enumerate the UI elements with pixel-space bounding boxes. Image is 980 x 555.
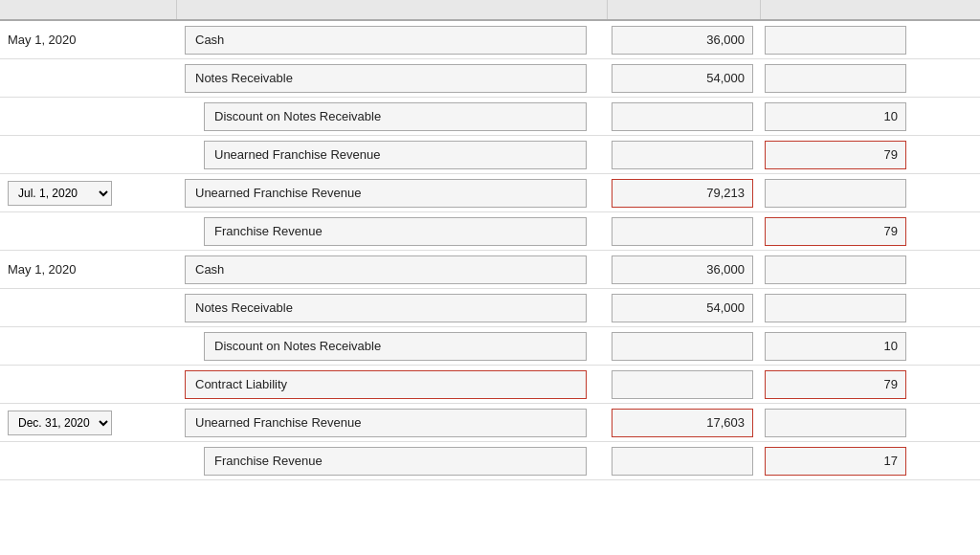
account-cell: Notes Receivable (177, 290, 608, 326)
table-row: Franchise Revenue79 (0, 212, 980, 251)
table-row: Jul. 1, 2020May 1, 2020Dec. 31, 2020Unea… (0, 174, 980, 212)
debit-value-box[interactable]: 54,000 (612, 64, 753, 93)
date-cell-1-0[interactable]: Jul. 1, 2020May 1, 2020Dec. 31, 2020 (0, 177, 177, 210)
credit-value-box[interactable]: 79 (765, 370, 906, 399)
credit-value-box[interactable] (765, 409, 906, 437)
table-row: Discount on Notes Receivable10 (0, 98, 980, 136)
header-credit (761, 0, 914, 19)
credit-cell (761, 405, 914, 441)
date-cell-0-3 (0, 151, 177, 159)
debit-value-box[interactable]: 17,603 (612, 409, 753, 437)
credit-value-box[interactable]: 17 (765, 447, 906, 476)
debit-value-box[interactable]: 79,213 (612, 179, 753, 208)
credit-cell: 17 (761, 443, 914, 479)
debit-cell: 54,000 (608, 290, 761, 326)
debit-value-box[interactable]: 36,000 (612, 26, 753, 55)
entry-group-4: Dec. 31, 2020May 1, 2020Jul. 1, 2020Unea… (0, 404, 980, 480)
date-cell-0-1 (0, 75, 177, 82)
credit-cell (761, 175, 914, 211)
table-row: Notes Receivable54,000 (0, 289, 980, 327)
account-title-box[interactable]: Unearned Franchise Revenue (204, 141, 587, 169)
credit-value-box[interactable] (765, 294, 906, 322)
credit-cell: 10 (761, 99, 914, 135)
debit-value-box[interactable]: 36,000 (612, 255, 753, 284)
debit-value-box[interactable] (612, 141, 753, 169)
credit-cell (761, 290, 914, 326)
account-title-box[interactable]: Cash (185, 255, 587, 284)
debit-cell (608, 137, 761, 173)
account-title-box[interactable]: Franchise Revenue (204, 447, 587, 476)
debit-cell: 54,000 (608, 60, 761, 97)
table-row: Franchise Revenue17 (0, 442, 980, 480)
debit-value-box[interactable] (612, 217, 753, 246)
date-cell-2-0: May 1, 2020 (0, 258, 177, 280)
credit-value-box[interactable]: 79 (765, 141, 906, 169)
date-select[interactable]: Jul. 1, 2020May 1, 2020Dec. 31, 2020 (8, 181, 112, 206)
account-cell: Notes Receivable (177, 60, 608, 97)
account-title-box[interactable]: Unearned Franchise Revenue (185, 409, 587, 437)
date-cell-1-1 (0, 228, 177, 235)
account-title-box[interactable]: Discount on Notes Receivable (204, 332, 587, 361)
account-title-box[interactable]: Contract Liability (185, 370, 587, 399)
debit-cell (608, 443, 761, 479)
date-cell-2-3 (0, 381, 177, 388)
debit-value-box[interactable]: 54,000 (612, 294, 753, 322)
date-cell-3-0[interactable]: Dec. 31, 2020May 1, 2020Jul. 1, 2020 (0, 407, 177, 439)
account-title-box[interactable]: Cash (185, 26, 587, 55)
table-row: Notes Receivable54,000 (0, 59, 980, 98)
date-cell-0-2 (0, 113, 177, 121)
credit-value-box[interactable] (765, 26, 906, 55)
table-row: Discount on Notes Receivable10 (0, 327, 980, 366)
debit-cell: 79,213 (608, 175, 761, 211)
table-row: Contract Liability79 (0, 366, 980, 404)
date-select[interactable]: Dec. 31, 2020May 1, 2020Jul. 1, 2020 (8, 411, 112, 435)
account-cell: Discount on Notes Receivable (177, 99, 608, 135)
credit-value-box[interactable] (765, 255, 906, 284)
account-cell: Cash (177, 252, 608, 288)
account-cell: Discount on Notes Receivable (177, 328, 608, 365)
date-text: May 1, 2020 (8, 262, 77, 277)
header-account (177, 0, 608, 19)
account-cell: Franchise Revenue (177, 443, 608, 479)
debit-value-box[interactable] (612, 370, 753, 399)
account-title-box[interactable]: Notes Receivable (185, 294, 587, 322)
credit-cell: 79 (761, 366, 914, 403)
debit-value-box[interactable] (612, 102, 753, 131)
header-debit (608, 0, 761, 19)
credit-cell (761, 60, 914, 97)
account-title-box[interactable]: Discount on Notes Receivable (204, 102, 587, 131)
credit-value-box[interactable]: 10 (765, 332, 906, 361)
debit-cell: 36,000 (608, 252, 761, 288)
table-row: Unearned Franchise Revenue79 (0, 136, 980, 174)
debit-value-box[interactable] (612, 332, 753, 361)
debit-cell (608, 328, 761, 365)
table-body: May 1, 2020Cash36,000Notes Receivable54,… (0, 21, 980, 480)
credit-cell: 10 (761, 328, 914, 365)
date-cell-3-1 (0, 457, 177, 465)
table-row: Dec. 31, 2020May 1, 2020Jul. 1, 2020Unea… (0, 404, 980, 442)
credit-value-box[interactable]: 79 (765, 217, 906, 246)
debit-cell: 17,603 (608, 405, 761, 441)
credit-cell (761, 252, 914, 288)
journal-table: May 1, 2020Cash36,000Notes Receivable54,… (0, 0, 980, 480)
credit-value-box[interactable]: 10 (765, 102, 906, 131)
entry-group-2: Jul. 1, 2020May 1, 2020Dec. 31, 2020Unea… (0, 174, 980, 251)
credit-cell: 79 (761, 137, 914, 173)
entry-group-3: May 1, 2020Cash36,000Notes Receivable54,… (0, 251, 980, 404)
credit-value-box[interactable] (765, 179, 906, 208)
account-cell: Contract Liability (177, 366, 608, 403)
account-title-box[interactable]: Franchise Revenue (204, 217, 587, 246)
account-cell: Unearned Franchise Revenue (177, 175, 608, 211)
date-text: May 1, 2020 (8, 33, 77, 47)
account-title-box[interactable]: Notes Receivable (185, 64, 587, 93)
account-cell: Unearned Franchise Revenue (177, 137, 608, 173)
debit-cell (608, 366, 761, 403)
debit-cell (608, 99, 761, 135)
date-cell-2-1 (0, 304, 177, 312)
account-cell: Unearned Franchise Revenue (177, 405, 608, 441)
date-cell-0-0: May 1, 2020 (0, 29, 177, 51)
account-title-box[interactable]: Unearned Franchise Revenue (185, 179, 587, 208)
debit-value-box[interactable] (612, 447, 753, 476)
debit-cell (608, 213, 761, 250)
credit-value-box[interactable] (765, 64, 906, 93)
